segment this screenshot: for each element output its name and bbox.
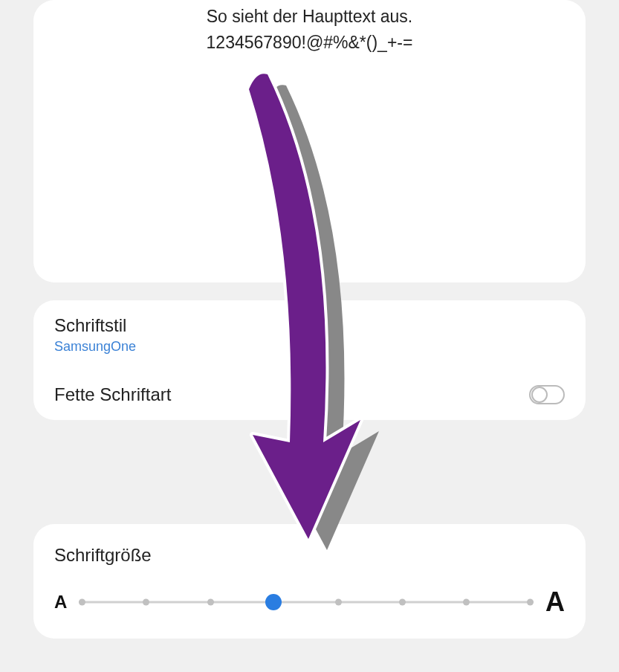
slider-step: [207, 599, 214, 606]
font-style-row[interactable]: Schriftstil SamsungOne: [33, 300, 586, 369]
small-a-icon: A: [54, 592, 67, 613]
slider-step: [527, 599, 534, 606]
preview-line-2: 1234567890!@#%&*()_+-=: [48, 30, 571, 56]
slider-dots: [79, 599, 534, 606]
font-size-card: Schriftgröße A A: [33, 524, 586, 639]
font-size-slider-container: A A: [54, 587, 565, 618]
slider-step: [399, 599, 406, 606]
bold-font-toggle[interactable]: [529, 385, 565, 404]
slider-step: [143, 599, 149, 606]
font-style-value: SamsungOne: [54, 339, 136, 355]
bold-font-title: Fette Schriftart: [54, 384, 171, 405]
font-size-title: Schriftgröße: [54, 545, 565, 566]
settings-card: Schriftstil SamsungOne Fette Schriftart: [33, 300, 586, 420]
preview-card: So sieht der Haupttext aus. 1234567890!@…: [33, 0, 586, 282]
preview-text: So sieht der Haupttext aus. 1234567890!@…: [48, 0, 571, 55]
large-a-icon: A: [545, 587, 565, 618]
slider-step: [79, 599, 85, 606]
font-style-label-block: Schriftstil SamsungOne: [54, 315, 136, 355]
bold-font-row: Fette Schriftart: [33, 369, 586, 420]
slider-step: [463, 599, 470, 606]
preview-line-1: So sieht der Haupttext aus.: [48, 4, 571, 30]
font-size-slider[interactable]: [79, 593, 534, 611]
slider-thumb[interactable]: [265, 594, 282, 610]
font-style-title: Schriftstil: [54, 315, 136, 336]
slider-step: [335, 599, 342, 606]
svg-point-1: [532, 387, 547, 402]
